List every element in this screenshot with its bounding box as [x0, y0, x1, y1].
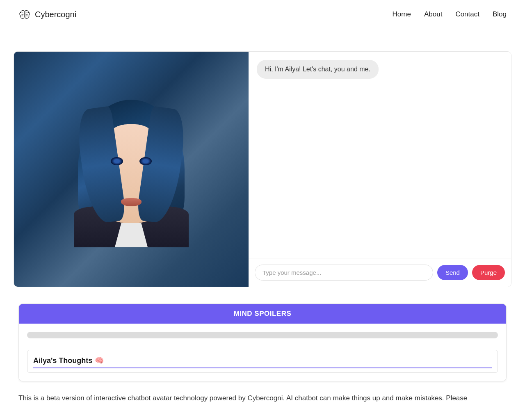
mind-spoilers-header: MIND SPOILERS: [19, 304, 506, 324]
nav-home[interactable]: Home: [393, 10, 411, 18]
brand-name: Cybercogni: [35, 10, 76, 19]
chat-card: Hi, I'm Ailya! Let's chat, you and me. S…: [14, 51, 511, 287]
main-container: Hi, I'm Ailya! Let's chat, you and me. S…: [0, 29, 525, 381]
nav: Home About Contact Blog: [393, 10, 507, 18]
mind-spoilers-body: Ailya's Thoughts 🧠: [19, 324, 506, 381]
progress-bar: [27, 332, 498, 338]
chat-message-bot: Hi, I'm Ailya! Let's chat, you and me.: [257, 60, 379, 79]
chat-input-row: Send Purge: [249, 258, 511, 287]
mind-spoilers-card: MIND SPOILERS Ailya's Thoughts 🧠: [18, 304, 507, 381]
chat-input[interactable]: [255, 265, 433, 281]
avatar-image: [14, 52, 249, 287]
chat-messages: Hi, I'm Ailya! Let's chat, you and me.: [249, 52, 511, 258]
header: Cybercogni Home About Contact Blog: [0, 0, 525, 29]
nav-contact[interactable]: Contact: [455, 10, 479, 18]
purge-button[interactable]: Purge: [472, 265, 505, 280]
thoughts-box: Ailya's Thoughts 🧠: [27, 350, 498, 373]
nav-blog[interactable]: Blog: [493, 10, 507, 18]
send-button[interactable]: Send: [437, 265, 468, 280]
thoughts-title: Ailya's Thoughts 🧠: [33, 356, 492, 368]
brain-icon: [18, 8, 31, 21]
brain-emoji-icon: 🧠: [95, 356, 104, 365]
nav-about[interactable]: About: [424, 10, 442, 18]
disclaimer-text: This is a beta version of interactive ch…: [0, 381, 525, 412]
thoughts-title-text: Ailya's Thoughts: [33, 356, 92, 365]
chat-panel: Hi, I'm Ailya! Let's chat, you and me. S…: [249, 52, 511, 287]
logo-area[interactable]: Cybercogni: [18, 8, 76, 21]
